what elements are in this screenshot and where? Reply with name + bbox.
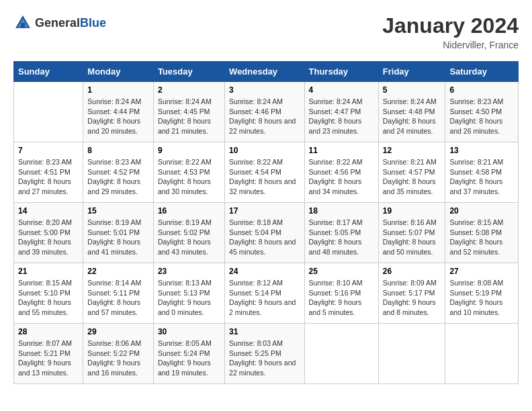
logo-text: GeneralBlue: [35, 16, 106, 30]
week-row-3: 14Sunrise: 8:20 AMSunset: 5:00 PMDayligh…: [14, 203, 519, 263]
day-number: 25: [309, 267, 374, 276]
day-info: Sunrise: 8:05 AMSunset: 5:24 PMDaylight:…: [158, 338, 220, 378]
day-number: 9: [158, 146, 220, 155]
week-row-4: 21Sunrise: 8:15 AMSunset: 5:10 PMDayligh…: [14, 263, 519, 324]
day-info: Sunrise: 8:13 AMSunset: 5:13 PMDaylight:…: [158, 278, 220, 318]
day-number: 12: [383, 146, 441, 155]
calendar-cell: [378, 324, 445, 384]
calendar-cell: 11Sunrise: 8:22 AMSunset: 4:56 PMDayligh…: [304, 142, 378, 203]
day-number: 19: [383, 206, 441, 216]
week-row-2: 7Sunrise: 8:23 AMSunset: 4:51 PMDaylight…: [14, 142, 519, 203]
calendar-cell: 9Sunrise: 8:22 AMSunset: 4:53 PMDaylight…: [153, 142, 224, 203]
day-info: Sunrise: 8:10 AMSunset: 5:16 PMDaylight:…: [309, 278, 374, 318]
calendar-cell: 2Sunrise: 8:24 AMSunset: 4:45 PMDaylight…: [153, 82, 224, 142]
day-number: 24: [229, 267, 300, 276]
calendar-cell: 27Sunrise: 8:08 AMSunset: 5:19 PMDayligh…: [445, 263, 519, 324]
day-number: 7: [18, 146, 79, 155]
day-number: 23: [158, 267, 220, 276]
calendar-cell: [14, 82, 83, 142]
day-number: 1: [87, 85, 149, 95]
day-info: Sunrise: 8:22 AMSunset: 4:54 PMDaylight:…: [229, 157, 300, 197]
calendar-cell: 15Sunrise: 8:19 AMSunset: 5:01 PMDayligh…: [83, 203, 154, 263]
day-number: 11: [309, 146, 374, 155]
calendar-cell: 4Sunrise: 8:24 AMSunset: 4:47 PMDaylight…: [304, 82, 378, 142]
svg-rect-2: [21, 23, 25, 28]
day-number: 4: [309, 85, 374, 95]
col-tuesday: Tuesday: [153, 62, 224, 82]
week-row-5: 28Sunrise: 8:07 AMSunset: 5:21 PMDayligh…: [14, 324, 519, 384]
day-number: 29: [87, 327, 149, 336]
month-year-title: January 2024: [382, 13, 519, 38]
day-number: 27: [449, 267, 514, 276]
calendar-cell: 12Sunrise: 8:21 AMSunset: 4:57 PMDayligh…: [378, 142, 445, 203]
calendar-table: Sunday Monday Tuesday Wednesday Thursday…: [13, 61, 519, 384]
day-info: Sunrise: 8:19 AMSunset: 5:01 PMDaylight:…: [87, 218, 149, 257]
day-number: 30: [158, 327, 220, 336]
day-info: Sunrise: 8:18 AMSunset: 5:04 PMDaylight:…: [229, 218, 300, 257]
day-info: Sunrise: 8:23 AMSunset: 4:52 PMDaylight:…: [87, 157, 149, 197]
calendar-cell: 17Sunrise: 8:18 AMSunset: 5:04 PMDayligh…: [225, 203, 304, 263]
calendar-cell: 14Sunrise: 8:20 AMSunset: 5:00 PMDayligh…: [14, 203, 83, 263]
day-info: Sunrise: 8:03 AMSunset: 5:25 PMDaylight:…: [229, 338, 300, 378]
day-number: 15: [87, 206, 149, 216]
day-number: 3: [229, 85, 300, 95]
day-info: Sunrise: 8:07 AMSunset: 5:21 PMDaylight:…: [18, 338, 79, 378]
day-number: 22: [87, 267, 149, 276]
day-info: Sunrise: 8:24 AMSunset: 4:46 PMDaylight:…: [229, 97, 300, 136]
title-block: January 2024 Niderviller, France: [382, 13, 519, 50]
day-info: Sunrise: 8:23 AMSunset: 4:51 PMDaylight:…: [18, 157, 79, 197]
day-info: Sunrise: 8:22 AMSunset: 4:53 PMDaylight:…: [158, 157, 220, 197]
calendar-cell: 31Sunrise: 8:03 AMSunset: 5:25 PMDayligh…: [225, 324, 304, 384]
logo-icon: [13, 13, 32, 32]
day-info: Sunrise: 8:19 AMSunset: 5:02 PMDaylight:…: [158, 218, 220, 257]
logo: GeneralBlue: [13, 13, 106, 32]
calendar-header: Sunday Monday Tuesday Wednesday Thursday…: [14, 62, 519, 82]
calendar-cell: 29Sunrise: 8:06 AMSunset: 5:22 PMDayligh…: [83, 324, 154, 384]
day-number: 8: [87, 146, 149, 155]
day-number: 6: [449, 85, 514, 95]
day-info: Sunrise: 8:20 AMSunset: 5:00 PMDaylight:…: [18, 218, 79, 257]
day-info: Sunrise: 8:15 AMSunset: 5:08 PMDaylight:…: [449, 218, 514, 257]
calendar-cell: 3Sunrise: 8:24 AMSunset: 4:46 PMDaylight…: [225, 82, 304, 142]
day-info: Sunrise: 8:14 AMSunset: 5:11 PMDaylight:…: [87, 278, 149, 318]
col-monday: Monday: [83, 62, 154, 82]
day-info: Sunrise: 8:24 AMSunset: 4:47 PMDaylight:…: [309, 97, 374, 136]
day-number: 26: [383, 267, 441, 276]
col-friday: Friday: [378, 62, 445, 82]
calendar-cell: 20Sunrise: 8:15 AMSunset: 5:08 PMDayligh…: [445, 203, 519, 263]
col-sunday: Sunday: [14, 62, 83, 82]
day-number: 16: [158, 206, 220, 216]
day-info: Sunrise: 8:24 AMSunset: 4:45 PMDaylight:…: [158, 97, 220, 136]
day-number: 2: [158, 85, 220, 95]
col-saturday: Saturday: [445, 62, 519, 82]
week-row-1: 1Sunrise: 8:24 AMSunset: 4:44 PMDaylight…: [14, 82, 519, 142]
calendar-cell: 10Sunrise: 8:22 AMSunset: 4:54 PMDayligh…: [225, 142, 304, 203]
calendar-cell: 30Sunrise: 8:05 AMSunset: 5:24 PMDayligh…: [153, 324, 224, 384]
day-number: 28: [18, 327, 79, 336]
col-wednesday: Wednesday: [225, 62, 304, 82]
day-number: 13: [449, 146, 514, 155]
calendar-cell: 7Sunrise: 8:23 AMSunset: 4:51 PMDaylight…: [14, 142, 83, 203]
day-info: Sunrise: 8:06 AMSunset: 5:22 PMDaylight:…: [87, 338, 149, 378]
day-info: Sunrise: 8:21 AMSunset: 4:58 PMDaylight:…: [449, 157, 514, 197]
day-info: Sunrise: 8:23 AMSunset: 4:50 PMDaylight:…: [449, 97, 514, 136]
calendar-cell: [304, 324, 378, 384]
day-number: 18: [309, 206, 374, 216]
day-number: 31: [229, 327, 300, 336]
day-info: Sunrise: 8:24 AMSunset: 4:48 PMDaylight:…: [383, 97, 441, 136]
calendar-cell: 13Sunrise: 8:21 AMSunset: 4:58 PMDayligh…: [445, 142, 519, 203]
header-row: Sunday Monday Tuesday Wednesday Thursday…: [14, 62, 519, 82]
day-number: 10: [229, 146, 300, 155]
location-subtitle: Niderviller, France: [382, 40, 519, 50]
day-info: Sunrise: 8:08 AMSunset: 5:19 PMDaylight:…: [449, 278, 514, 318]
day-number: 20: [449, 206, 514, 216]
day-number: 5: [383, 85, 441, 95]
calendar-cell: 8Sunrise: 8:23 AMSunset: 4:52 PMDaylight…: [83, 142, 154, 203]
day-info: Sunrise: 8:22 AMSunset: 4:56 PMDaylight:…: [309, 157, 374, 197]
calendar-cell: 23Sunrise: 8:13 AMSunset: 5:13 PMDayligh…: [153, 263, 224, 324]
day-info: Sunrise: 8:12 AMSunset: 5:14 PMDaylight:…: [229, 278, 300, 318]
calendar-cell: 26Sunrise: 8:09 AMSunset: 5:17 PMDayligh…: [378, 263, 445, 324]
day-info: Sunrise: 8:17 AMSunset: 5:05 PMDaylight:…: [309, 218, 374, 257]
page-header: GeneralBlue January 2024 Niderviller, Fr…: [13, 13, 519, 50]
day-info: Sunrise: 8:24 AMSunset: 4:44 PMDaylight:…: [87, 97, 149, 136]
